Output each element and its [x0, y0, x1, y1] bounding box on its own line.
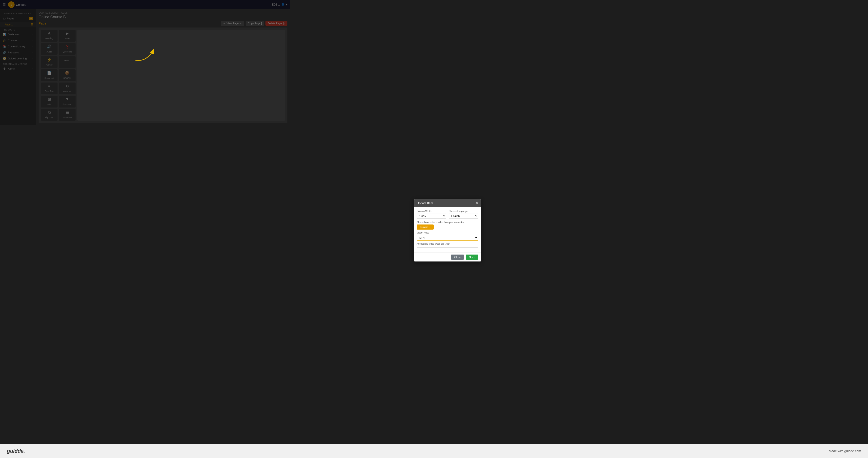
modal-overlay — [0, 0, 290, 152]
